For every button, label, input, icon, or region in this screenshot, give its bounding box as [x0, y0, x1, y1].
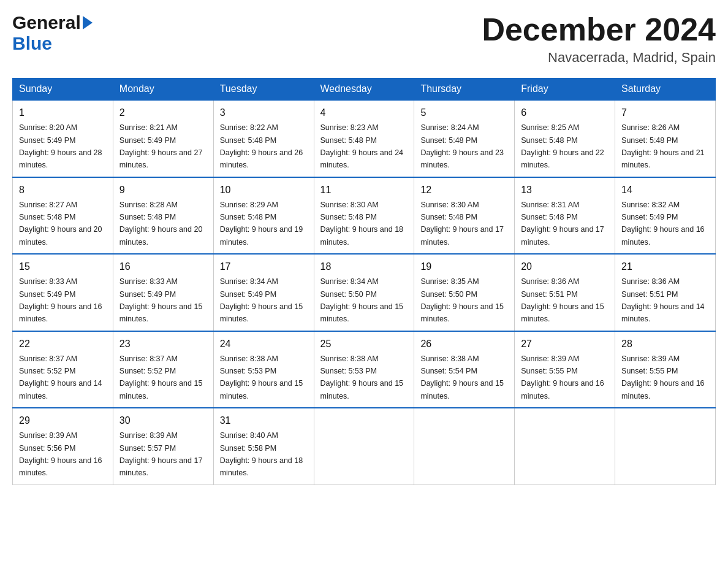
day-info: Sunrise: 8:38 AMSunset: 5:53 PMDaylight:…	[220, 354, 303, 400]
calendar-cell: 6 Sunrise: 8:25 AMSunset: 5:48 PMDayligh…	[515, 100, 615, 177]
page-header: General Blue December 2024 Navacerrada, …	[12, 12, 716, 66]
logo-arrow-icon	[83, 16, 93, 29]
day-number: 27	[521, 337, 609, 351]
calendar-cell: 29 Sunrise: 8:39 AMSunset: 5:56 PMDaylig…	[13, 408, 113, 484]
day-number: 2	[119, 105, 207, 120]
month-title: December 2024	[482, 12, 716, 47]
day-number: 31	[220, 413, 308, 428]
day-number: 25	[320, 337, 408, 351]
day-info: Sunrise: 8:22 AMSunset: 5:48 PMDaylight:…	[220, 123, 303, 169]
calendar-cell	[314, 408, 414, 484]
day-number: 20	[521, 259, 609, 274]
calendar-cell: 17 Sunrise: 8:34 AMSunset: 5:49 PMDaylig…	[213, 254, 314, 331]
calendar-cell: 12 Sunrise: 8:30 AMSunset: 5:48 PMDaylig…	[414, 177, 515, 255]
day-info: Sunrise: 8:37 AMSunset: 5:52 PMDaylight:…	[19, 354, 102, 400]
day-info: Sunrise: 8:36 AMSunset: 5:51 PMDaylight:…	[621, 277, 705, 323]
day-number: 16	[119, 259, 207, 274]
day-number: 7	[621, 105, 709, 120]
calendar-cell: 1 Sunrise: 8:20 AMSunset: 5:49 PMDayligh…	[13, 100, 113, 177]
day-info: Sunrise: 8:30 AMSunset: 5:48 PMDaylight:…	[320, 201, 404, 247]
day-info: Sunrise: 8:40 AMSunset: 5:58 PMDaylight:…	[220, 431, 303, 477]
day-info: Sunrise: 8:20 AMSunset: 5:49 PMDaylight:…	[19, 123, 102, 169]
day-info: Sunrise: 8:33 AMSunset: 5:49 PMDaylight:…	[119, 277, 203, 323]
day-info: Sunrise: 8:24 AMSunset: 5:48 PMDaylight:…	[420, 123, 504, 169]
day-number: 11	[320, 183, 408, 197]
day-info: Sunrise: 8:38 AMSunset: 5:54 PMDaylight:…	[420, 354, 504, 400]
calendar-table: SundayMondayTuesdayWednesdayThursdayFrid…	[12, 78, 716, 485]
calendar-cell: 16 Sunrise: 8:33 AMSunset: 5:49 PMDaylig…	[113, 254, 213, 331]
calendar-cell: 9 Sunrise: 8:28 AMSunset: 5:48 PMDayligh…	[113, 177, 213, 255]
day-info: Sunrise: 8:27 AMSunset: 5:48 PMDaylight:…	[19, 201, 102, 247]
calendar-cell: 15 Sunrise: 8:33 AMSunset: 5:49 PMDaylig…	[13, 254, 113, 331]
calendar-cell: 3 Sunrise: 8:22 AMSunset: 5:48 PMDayligh…	[213, 100, 314, 177]
day-info: Sunrise: 8:38 AMSunset: 5:53 PMDaylight:…	[320, 354, 404, 400]
day-number: 12	[420, 183, 508, 197]
day-info: Sunrise: 8:23 AMSunset: 5:48 PMDaylight:…	[320, 123, 404, 169]
day-number: 8	[19, 183, 107, 197]
logo: General Blue	[12, 12, 93, 54]
day-info: Sunrise: 8:30 AMSunset: 5:48 PMDaylight:…	[420, 201, 504, 247]
day-info: Sunrise: 8:28 AMSunset: 5:48 PMDaylight:…	[119, 201, 203, 247]
calendar-cell: 4 Sunrise: 8:23 AMSunset: 5:48 PMDayligh…	[314, 100, 414, 177]
day-header-monday: Monday	[113, 79, 213, 101]
calendar-cell: 7 Sunrise: 8:26 AMSunset: 5:48 PMDayligh…	[615, 100, 716, 177]
calendar-cell: 22 Sunrise: 8:37 AMSunset: 5:52 PMDaylig…	[13, 331, 113, 408]
day-number: 17	[220, 259, 308, 274]
calendar-cell: 27 Sunrise: 8:39 AMSunset: 5:55 PMDaylig…	[515, 331, 615, 408]
calendar-cell	[615, 408, 716, 484]
day-info: Sunrise: 8:21 AMSunset: 5:49 PMDaylight:…	[119, 123, 203, 169]
calendar-cell: 19 Sunrise: 8:35 AMSunset: 5:50 PMDaylig…	[414, 254, 515, 331]
day-number: 23	[119, 337, 207, 351]
day-number: 18	[320, 259, 408, 274]
day-number: 3	[220, 105, 308, 120]
calendar-cell: 13 Sunrise: 8:31 AMSunset: 5:48 PMDaylig…	[515, 177, 615, 255]
calendar-cell: 28 Sunrise: 8:39 AMSunset: 5:55 PMDaylig…	[615, 331, 716, 408]
logo-blue-text: Blue	[12, 33, 52, 53]
day-number: 1	[19, 105, 107, 120]
calendar-cell: 14 Sunrise: 8:32 AMSunset: 5:49 PMDaylig…	[615, 177, 716, 255]
calendar-cell	[515, 408, 615, 484]
title-block: December 2024 Navacerrada, Madrid, Spain	[482, 12, 716, 66]
day-number: 4	[320, 105, 408, 120]
day-header-saturday: Saturday	[615, 79, 716, 101]
calendar-cell	[414, 408, 515, 484]
day-number: 26	[420, 337, 508, 351]
day-header-sunday: Sunday	[13, 79, 113, 101]
calendar-cell: 23 Sunrise: 8:37 AMSunset: 5:52 PMDaylig…	[113, 331, 213, 408]
day-header-thursday: Thursday	[414, 79, 515, 101]
day-info: Sunrise: 8:32 AMSunset: 5:49 PMDaylight:…	[621, 201, 705, 247]
day-number: 13	[521, 183, 609, 197]
day-number: 19	[420, 259, 508, 274]
day-info: Sunrise: 8:31 AMSunset: 5:48 PMDaylight:…	[521, 201, 604, 247]
day-info: Sunrise: 8:34 AMSunset: 5:49 PMDaylight:…	[220, 277, 303, 323]
day-number: 14	[621, 183, 709, 197]
day-number: 21	[621, 259, 709, 274]
calendar-cell: 2 Sunrise: 8:21 AMSunset: 5:49 PMDayligh…	[113, 100, 213, 177]
location-title: Navacerrada, Madrid, Spain	[482, 50, 716, 66]
day-number: 24	[220, 337, 308, 351]
day-header-wednesday: Wednesday	[314, 79, 414, 101]
day-number: 28	[621, 337, 709, 351]
calendar-cell: 5 Sunrise: 8:24 AMSunset: 5:48 PMDayligh…	[414, 100, 515, 177]
day-number: 30	[119, 413, 207, 428]
day-info: Sunrise: 8:29 AMSunset: 5:48 PMDaylight:…	[220, 201, 303, 247]
calendar-cell: 11 Sunrise: 8:30 AMSunset: 5:48 PMDaylig…	[314, 177, 414, 255]
day-info: Sunrise: 8:34 AMSunset: 5:50 PMDaylight:…	[320, 277, 404, 323]
calendar-cell: 20 Sunrise: 8:36 AMSunset: 5:51 PMDaylig…	[515, 254, 615, 331]
logo-general-text: General	[12, 12, 81, 33]
calendar-cell: 26 Sunrise: 8:38 AMSunset: 5:54 PMDaylig…	[414, 331, 515, 408]
day-info: Sunrise: 8:36 AMSunset: 5:51 PMDaylight:…	[521, 277, 604, 323]
calendar-cell: 21 Sunrise: 8:36 AMSunset: 5:51 PMDaylig…	[615, 254, 716, 331]
day-info: Sunrise: 8:39 AMSunset: 5:55 PMDaylight:…	[621, 354, 705, 400]
day-number: 15	[19, 259, 107, 274]
calendar-cell: 24 Sunrise: 8:38 AMSunset: 5:53 PMDaylig…	[213, 331, 314, 408]
day-number: 10	[220, 183, 308, 197]
day-number: 5	[420, 105, 508, 120]
calendar-cell: 25 Sunrise: 8:38 AMSunset: 5:53 PMDaylig…	[314, 331, 414, 408]
calendar-cell: 18 Sunrise: 8:34 AMSunset: 5:50 PMDaylig…	[314, 254, 414, 331]
day-header-tuesday: Tuesday	[213, 79, 314, 101]
day-info: Sunrise: 8:39 AMSunset: 5:55 PMDaylight:…	[521, 354, 604, 400]
day-info: Sunrise: 8:37 AMSunset: 5:52 PMDaylight:…	[119, 354, 203, 400]
day-number: 6	[521, 105, 609, 120]
day-number: 9	[119, 183, 207, 197]
